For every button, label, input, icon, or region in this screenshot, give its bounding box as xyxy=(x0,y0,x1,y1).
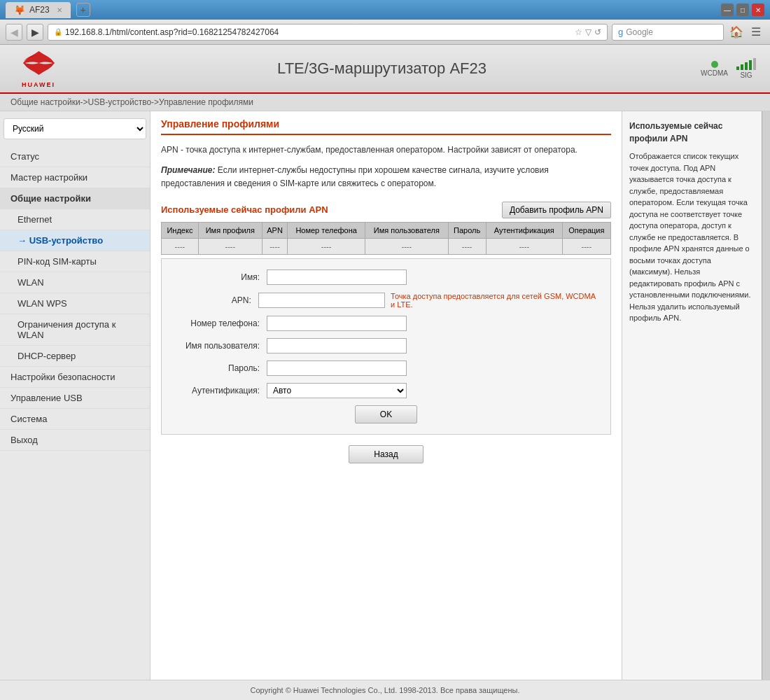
cell-pass: ---- xyxy=(448,238,486,254)
sidebar-item-wlan[interactable]: WLAN xyxy=(0,272,150,293)
name-input[interactable] xyxy=(267,270,407,285)
breadcrumb-text: Общие настройки->USB-устройство->Управле… xyxy=(10,97,253,107)
window-controls: — □ ✕ xyxy=(721,4,764,16)
wcdma-label: WCDMA xyxy=(701,69,728,77)
forward-nav-button[interactable]: ▶ xyxy=(27,24,43,41)
col-operation: Операция xyxy=(562,222,610,238)
firefox-logo: 🦊 xyxy=(14,5,25,15)
new-tab-button[interactable]: + xyxy=(76,3,90,17)
titlebar: 🦊 AF23 ✕ + — □ ✕ xyxy=(0,0,770,20)
form-row-phone: Номер телефона: xyxy=(176,316,596,331)
sidebar-item-wlan-wps[interactable]: WLAN WPS xyxy=(0,293,150,314)
browser-toolbar: ◀ ▶ 🔒 192.168.8.1/html/content.asp?rid=0… xyxy=(0,20,770,45)
sidebar-item-security[interactable]: Настройки безопасности xyxy=(0,367,150,388)
sidebar-item-usb[interactable]: USB-устройство xyxy=(0,230,150,251)
minimize-button[interactable]: — xyxy=(721,4,734,16)
search-bar[interactable]: g Google xyxy=(612,24,724,41)
password-label: Пароль: xyxy=(176,363,267,373)
ok-button[interactable]: OK xyxy=(355,405,417,424)
toolbar-right-buttons: 🏠 ☰ xyxy=(728,24,764,41)
sidebar-item-pin[interactable]: PIN-код SIM-карты xyxy=(0,251,150,272)
home-button[interactable]: 🏠 xyxy=(728,24,745,41)
scrollbar[interactable] xyxy=(762,111,770,680)
note-text: Примечание: Если интернет-службы недосту… xyxy=(161,164,611,190)
maximize-button[interactable]: □ xyxy=(736,4,749,16)
site-title: LTE/3G-маршрутизатор AF23 xyxy=(63,59,701,78)
auth-select[interactable]: Авто PAP CHAP Нет xyxy=(267,383,407,398)
password-input[interactable] xyxy=(267,360,407,376)
sidebar-item-wizard[interactable]: Мастер настройки xyxy=(0,167,150,188)
sidebar-item-status[interactable]: Статус xyxy=(0,146,150,167)
form-row-username: Имя пользователя: xyxy=(176,338,596,354)
logo-area: HUAWEI xyxy=(14,51,63,86)
form-row-name: Имя: xyxy=(176,270,596,285)
cell-apn: ---- xyxy=(262,238,287,254)
search-text: Google xyxy=(626,27,653,37)
sidebar-item-ethernet[interactable]: Ethernet xyxy=(0,209,150,230)
sidebar-item-wlan-access[interactable]: Ограничения доступа к WLAN xyxy=(0,314,150,346)
main-content: Управление профилями APN - точка доступа… xyxy=(150,111,622,680)
sidebar-item-dhcp[interactable]: DHCP-сервер xyxy=(0,346,150,367)
right-panel: Используемые сейчас профили APN Отобража… xyxy=(622,111,762,680)
apn-label: APN: xyxy=(176,295,258,305)
username-label: Имя пользователя: xyxy=(176,341,267,351)
signal-area: WCDMA SIG xyxy=(701,58,756,79)
username-input[interactable] xyxy=(267,338,407,354)
browser-frame: 🦊 AF23 ✕ + — □ ✕ ◀ ▶ 🔒 192.168.8.1/html/… xyxy=(0,0,770,700)
col-phone: Номер телефона xyxy=(288,222,365,238)
menu-button[interactable]: ☰ xyxy=(748,24,764,41)
cell-auth: ---- xyxy=(486,238,562,254)
phone-label: Номер телефона: xyxy=(176,318,267,328)
address-icons: ☆ ▽ ↺ xyxy=(575,27,601,37)
cell-user: ---- xyxy=(365,238,449,254)
col-auth: Аутентификация xyxy=(486,222,562,238)
sig-label: SIG xyxy=(740,71,752,79)
star-icon[interactable]: ☆ xyxy=(575,27,582,37)
form-row-apn: APN: Точка доступа предоставляется для с… xyxy=(176,292,596,309)
back-button[interactable]: Назад xyxy=(349,445,423,463)
col-profile-name: Имя профиля xyxy=(198,222,262,238)
auth-label: Аутентификация: xyxy=(176,386,267,396)
form-buttons: OK xyxy=(176,405,596,424)
lock-icon: 🔒 xyxy=(54,28,62,36)
phone-input[interactable] xyxy=(267,316,407,331)
bar5 xyxy=(753,58,756,70)
footer: Copyright © Huawei Technologies Co., Ltd… xyxy=(0,680,770,700)
url-text: 192.168.8.1/html/content.asp?rid=0.16821… xyxy=(65,27,569,37)
apn-input[interactable] xyxy=(258,293,385,308)
footer-text: Copyright © Huawei Technologies Co., Ltd… xyxy=(251,686,520,694)
apn-section-title: Используемые сейчас профили APN xyxy=(161,204,502,215)
address-bar[interactable]: 🔒 192.168.8.1/html/content.asp?rid=0.168… xyxy=(48,24,608,41)
main-layout: Русский Статус Мастер настройки Общие на… xyxy=(0,111,770,680)
sidebar-item-logout[interactable]: Выход xyxy=(0,430,150,451)
apn-form: Имя: APN: Точка доступа предоставляется … xyxy=(161,258,611,435)
right-panel-text: Отображается список текущих точек доступ… xyxy=(629,150,755,324)
col-username: Имя пользователя xyxy=(365,222,449,238)
sidebar-item-system[interactable]: Система xyxy=(0,409,150,430)
table-header-row: Индекс Имя профиля APN Номер телефона Им… xyxy=(162,222,611,238)
site-header: HUAWEI LTE/3G-маршрутизатор AF23 WCDMA xyxy=(0,45,770,94)
apn-table-section: Используемые сейчас профили APN Добавить… xyxy=(161,202,611,255)
sidebar-item-usb-mgmt[interactable]: Управление USB xyxy=(0,388,150,409)
apn-header-row: Используемые сейчас профили APN Добавить… xyxy=(161,202,611,218)
table-row: ---- ---- ---- ---- ---- ---- ---- ---- xyxy=(162,238,611,254)
cell-op: ---- xyxy=(562,238,610,254)
browser-tab[interactable]: 🦊 AF23 ✕ xyxy=(6,2,71,18)
language-select[interactable]: Русский xyxy=(4,118,146,139)
name-label: Имя: xyxy=(176,272,267,282)
right-panel-title: Используемые сейчас профили APN xyxy=(629,120,755,145)
sidebar: Русский Статус Мастер настройки Общие на… xyxy=(0,111,150,680)
breadcrumb: Общие настройки->USB-устройство->Управле… xyxy=(0,94,770,111)
bar3 xyxy=(745,62,748,70)
bar4 xyxy=(749,60,752,70)
sidebar-nav: Статус Мастер настройки Общие настройки … xyxy=(0,146,150,451)
tab-close-icon[interactable]: ✕ xyxy=(57,6,62,14)
star2-icon[interactable]: ▽ xyxy=(585,27,592,37)
sidebar-item-general[interactable]: Общие настройки xyxy=(0,188,150,209)
add-apn-button[interactable]: Добавить профиль APN xyxy=(502,202,611,218)
bar1 xyxy=(736,66,739,70)
close-button[interactable]: ✕ xyxy=(752,4,764,16)
refresh-icon[interactable]: ↺ xyxy=(594,27,601,37)
description-text: APN - точка доступа к интернет-службам, … xyxy=(161,144,611,157)
back-nav-button[interactable]: ◀ xyxy=(6,24,22,41)
